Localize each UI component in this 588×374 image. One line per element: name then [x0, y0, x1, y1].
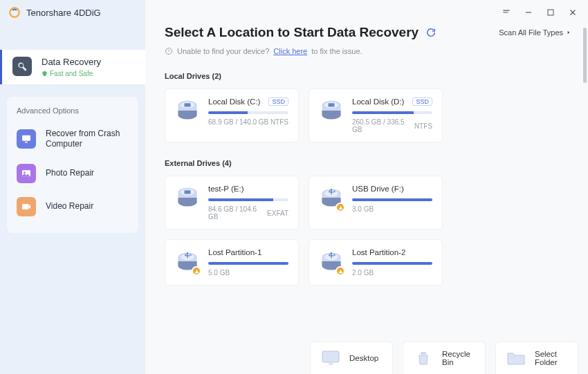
common-locations-row: Desktop Recycle Bin Select Folder — [310, 342, 578, 374]
svg-rect-20 — [329, 103, 335, 106]
help-text: ? Unable to find your device? Click here… — [165, 47, 571, 55]
warning-badge-icon — [336, 203, 345, 212]
window-controls — [491, 0, 588, 25]
drive-card[interactable]: Local Disk (D:)SSD260.5 GB / 336.5 GBNTF… — [309, 88, 443, 142]
maximize-button[interactable] — [545, 7, 556, 18]
drive-name: Lost Partition-2 — [352, 248, 405, 256]
svg-point-4 — [24, 171, 26, 174]
svg-rect-6 — [548, 10, 553, 15]
drive-icon — [175, 248, 200, 274]
drive-name: Lost Partition-1 — [208, 248, 261, 256]
drive-icon — [175, 97, 200, 124]
drive-size: 5.0 GB — [208, 269, 230, 277]
drive-icon — [175, 185, 200, 211]
drive-filesystem: EXFAT — [267, 209, 288, 217]
help-link[interactable]: Click here — [273, 47, 307, 55]
main-content: Select A Location to Start Data Recovery… — [145, 0, 588, 374]
svg-rect-2 — [25, 142, 28, 142]
drive-name: USB Drive (F:) — [352, 185, 404, 193]
drive-name: Local Disk (D:) — [352, 97, 404, 106]
refresh-icon[interactable] — [425, 27, 437, 38]
section-external-drives-title: External Drives (4) — [165, 159, 571, 167]
advanced-options-title: Advanced Options — [14, 106, 131, 115]
desktop-icon — [320, 349, 341, 367]
drive-filesystem: NTFS — [414, 122, 432, 130]
recycle-icon — [413, 349, 434, 367]
nav-sublabel: Fast and Safe — [42, 70, 101, 77]
svg-rect-18 — [322, 111, 341, 115]
drive-card[interactable]: Local Disk (C:)SSD68.9 GB / 140.0 GBNTFS — [165, 88, 299, 142]
drive-badge: SSD — [412, 97, 432, 106]
local-drives-grid: Local Disk (C:)SSD68.9 GB / 140.0 GBNTFS… — [165, 88, 571, 142]
menu-button[interactable] — [501, 7, 512, 18]
question-icon: ? — [165, 47, 173, 55]
common-recycle-bin[interactable]: Recycle Bin — [403, 342, 486, 374]
close-button[interactable] — [567, 7, 578, 18]
svg-rect-1 — [22, 135, 30, 141]
drive-icon — [319, 97, 344, 124]
drive-card[interactable]: USB Drive (F:)3.0 GB — [309, 176, 443, 230]
scan-file-types-button[interactable]: Scan All File Types — [499, 28, 571, 37]
image-icon — [17, 164, 36, 183]
drive-usage-bar — [208, 198, 288, 201]
drive-size: 260.5 GB / 336.5 GB — [352, 118, 414, 133]
nav-data-recovery[interactable]: Data Recovery Fast and Safe — [0, 50, 145, 84]
app-title: Tenorshare 4DDiG — [26, 8, 101, 18]
drive-filesystem: NTFS — [270, 118, 288, 126]
chevron-right-icon — [566, 30, 571, 35]
svg-rect-5 — [22, 204, 28, 209]
drive-badge: SSD — [268, 97, 288, 106]
drive-name: test-P (E:) — [208, 185, 244, 193]
external-drives-grid: test-P (E:)84.6 GB / 104.6 GBEXFATUSB Dr… — [165, 176, 571, 286]
svg-rect-36 — [178, 261, 197, 265]
title-bar: Tenorshare 4DDiG — [0, 0, 145, 25]
drive-name: Local Disk (C:) — [208, 97, 260, 106]
warning-badge-icon — [336, 266, 345, 276]
sidebar: Tenorshare 4DDiG Data Recovery Fast and … — [0, 0, 145, 374]
drive-usage-bar — [208, 262, 288, 265]
svg-rect-26 — [185, 190, 191, 194]
drive-icon — [319, 248, 344, 274]
svg-rect-45 — [322, 351, 339, 362]
svg-rect-14 — [185, 103, 191, 106]
drive-usage-bar — [208, 111, 288, 114]
drive-size: 68.9 GB / 140.0 GB — [208, 118, 268, 126]
scrollbar[interactable] — [583, 28, 587, 83]
minimize-button[interactable] — [523, 7, 534, 18]
shield-icon — [42, 71, 48, 77]
monitor-icon — [17, 129, 36, 149]
wrench-icon — [12, 57, 32, 76]
folder-icon — [506, 349, 526, 367]
nav-recover-crash[interactable]: Recover from Crash Computer — [14, 122, 131, 157]
drive-size: 84.6 GB / 104.6 GB — [208, 205, 267, 221]
drive-card[interactable]: Lost Partition-15.0 GB — [165, 239, 299, 286]
svg-point-32 — [331, 189, 333, 191]
svg-point-38 — [187, 252, 189, 254]
nav-video-repair[interactable]: Video Repair — [14, 190, 131, 223]
svg-rect-24 — [178, 198, 197, 202]
advanced-options-panel: Advanced Options Recover from Crash Comp… — [7, 97, 138, 233]
page-title: Select A Location to Start Data Recovery — [165, 25, 437, 40]
nav-photo-repair[interactable]: Photo Repair — [14, 157, 131, 190]
nav-label: Data Recovery — [42, 57, 101, 68]
app-logo-icon — [8, 6, 21, 19]
drive-card[interactable]: Lost Partition-22.0 GB — [309, 239, 443, 286]
warning-badge-icon — [192, 266, 201, 276]
svg-rect-30 — [322, 198, 341, 202]
common-select-folder[interactable]: Select Folder — [495, 342, 578, 374]
drive-size: 3.0 GB — [352, 205, 374, 213]
common-desktop[interactable]: Desktop — [310, 342, 393, 374]
svg-text:?: ? — [167, 49, 170, 53]
svg-rect-12 — [178, 111, 197, 115]
svg-point-44 — [331, 252, 333, 254]
nav-main: Data Recovery Fast and Safe — [0, 50, 145, 84]
drive-usage-bar — [352, 262, 432, 265]
svg-rect-46 — [329, 363, 333, 365]
drive-card[interactable]: test-P (E:)84.6 GB / 104.6 GBEXFAT — [165, 176, 299, 230]
drive-usage-bar — [352, 111, 432, 114]
section-local-drives-title: Local Drives (2) — [165, 72, 571, 80]
svg-rect-42 — [322, 261, 341, 265]
drive-icon — [319, 185, 344, 211]
drive-size: 2.0 GB — [352, 269, 374, 277]
video-icon — [17, 197, 36, 216]
